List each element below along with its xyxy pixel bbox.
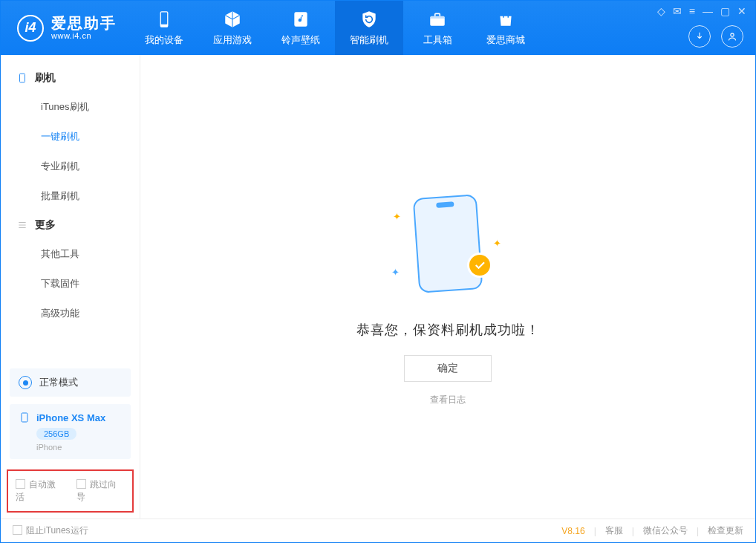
download-button[interactable] [688, 25, 711, 48]
sidebar-item-batch-flash[interactable]: 批量刷机 [1, 181, 140, 211]
nav-apps[interactable]: 应用游戏 [198, 1, 267, 55]
status-bar: 阻止iTunes运行 V8.16 | 客服 | 微信公众号 | 检查更新 [1, 518, 755, 542]
sidebar-group-more[interactable]: 更多 [1, 211, 140, 239]
logo-icon: i4 [17, 15, 44, 42]
device-mode-box[interactable]: 正常模式 [10, 368, 131, 397]
list-icon [17, 220, 27, 230]
svg-rect-1 [161, 12, 167, 24]
sidebar-group-flash[interactable]: 刷机 [1, 64, 140, 92]
nav-label: 智能刷机 [350, 33, 388, 47]
cube-icon [223, 10, 242, 29]
account-button[interactable] [721, 25, 743, 48]
highlighted-options-row: 自动激活 跳过向导 [7, 469, 134, 513]
sidebar-item-oneclick-flash[interactable]: 一键刷机 [1, 122, 140, 152]
svg-point-5 [731, 33, 734, 36]
sidebar: 刷机 iTunes刷机 一键刷机 专业刷机 批量刷机 更多 其他工具 下载固件 … [1, 55, 140, 518]
nav-store[interactable]: 爱思商城 [472, 1, 540, 55]
title-bar: i4 爱思助手 www.i4.cn 我的设备 应用游戏 铃声壁纸 智能刷机 工具… [1, 1, 755, 55]
check-update-link[interactable]: 检查更新 [708, 524, 743, 537]
ok-button[interactable]: 确定 [404, 355, 492, 382]
skip-guide-checkbox[interactable]: 跳过向导 [76, 478, 126, 504]
window-controls: ◇ ✉ ≡ — ▢ ✕ [657, 5, 746, 17]
phone-outline-icon [17, 73, 27, 83]
bag-icon [496, 10, 515, 29]
svg-rect-6 [20, 74, 25, 82]
success-illustration: ✦ ✦ ✦ [388, 196, 507, 300]
nav-label: 我的设备 [145, 33, 183, 47]
main-nav: 我的设备 应用游戏 铃声壁纸 智能刷机 工具箱 爱思商城 [130, 1, 540, 55]
checkmark-badge-icon [467, 253, 492, 278]
device-capacity-badge: 256GB [36, 428, 76, 440]
nav-my-device[interactable]: 我的设备 [130, 1, 198, 55]
sparkle-icon: ✦ [391, 267, 400, 278]
phone-icon [154, 10, 174, 29]
toolbox-icon [428, 10, 447, 29]
feedback-icon[interactable]: ✉ [673, 5, 682, 17]
success-message: 恭喜您，保资料刷机成功啦！ [356, 321, 540, 339]
sidebar-item-firmware[interactable]: 下载固件 [1, 269, 140, 299]
view-log-link[interactable]: 查看日志 [430, 394, 466, 406]
auto-activate-checkbox[interactable]: 自动激活 [16, 478, 65, 504]
nav-label: 爱思商城 [486, 33, 525, 47]
sidebar-item-pro-flash[interactable]: 专业刷机 [1, 152, 140, 181]
device-name: iPhone XS Max [36, 412, 105, 423]
svg-rect-4 [430, 16, 445, 18]
device-mode-label: 正常模式 [39, 376, 78, 389]
sparkle-icon: ✦ [393, 211, 401, 222]
app-title: 爱思助手 [51, 15, 117, 31]
sidebar-group-label: 刷机 [35, 71, 56, 85]
music-icon [291, 10, 310, 29]
main-content: ✦ ✦ ✦ 恭喜您，保资料刷机成功啦！ 确定 查看日志 [140, 55, 755, 518]
nav-toolbox[interactable]: 工具箱 [403, 1, 472, 55]
sidebar-item-advanced[interactable]: 高级功能 [1, 299, 140, 328]
tshirt-icon[interactable]: ◇ [657, 5, 665, 17]
sidebar-item-itunes-flash[interactable]: iTunes刷机 [1, 92, 140, 122]
close-button[interactable]: ✕ [737, 5, 746, 17]
version-label: V8.16 [561, 526, 584, 536]
nav-flash[interactable]: 智能刷机 [335, 1, 403, 55]
svg-rect-7 [22, 413, 27, 422]
checkbox-label: 阻止iTunes运行 [26, 525, 88, 536]
device-icon [19, 412, 30, 423]
menu-icon[interactable]: ≡ [689, 5, 695, 17]
nav-label: 应用游戏 [213, 33, 252, 47]
phone-illustration [413, 194, 483, 293]
minimize-button[interactable]: — [703, 5, 713, 17]
nav-ringtones[interactable]: 铃声壁纸 [267, 1, 335, 55]
sidebar-group-label: 更多 [35, 218, 56, 232]
nav-label: 铃声壁纸 [281, 33, 320, 47]
sidebar-item-other-tools[interactable]: 其他工具 [1, 239, 140, 269]
support-link[interactable]: 客服 [605, 524, 623, 537]
wechat-link[interactable]: 微信公众号 [643, 524, 688, 537]
logo-area: i4 爱思助手 www.i4.cn [1, 1, 130, 55]
status-dot-icon [19, 376, 32, 389]
nav-label: 工具箱 [423, 33, 452, 47]
block-itunes-checkbox[interactable]: 阻止iTunes运行 [13, 524, 88, 537]
shield-refresh-icon [359, 10, 379, 29]
maximize-button[interactable]: ▢ [720, 5, 730, 17]
device-info-box[interactable]: iPhone XS Max 256GB iPhone [10, 404, 131, 459]
sparkle-icon: ✦ [493, 238, 501, 249]
device-type: iPhone [36, 443, 122, 452]
app-subtitle: www.i4.cn [51, 31, 117, 40]
